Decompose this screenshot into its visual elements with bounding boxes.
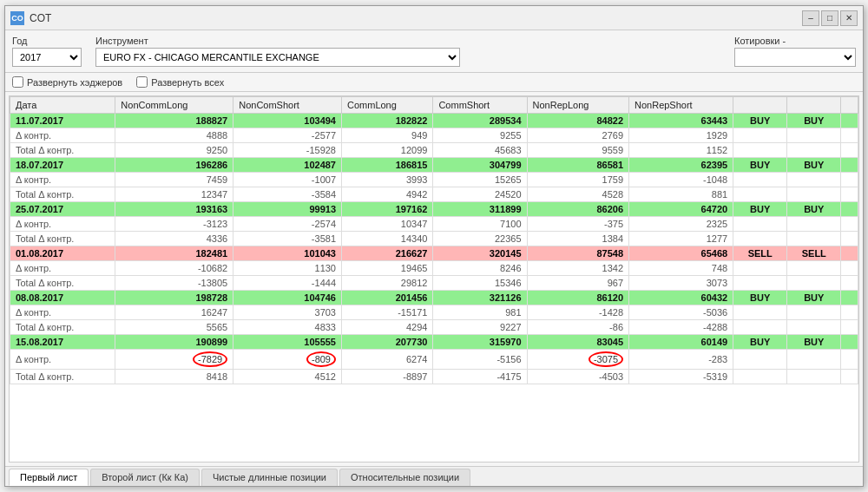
instrument-group: Инструмент EURO FX - CHICAGO MERCANTILE …	[95, 36, 460, 67]
table-cell: 7459	[115, 173, 233, 187]
table-row: 01.08.2017182481101043216627320145875486…	[10, 246, 858, 261]
table-cell: 63443	[629, 114, 733, 128]
minimize-button[interactable]: –	[802, 10, 819, 26]
table-cell: 19465	[342, 261, 433, 276]
kotir-label: Котировки -	[734, 36, 856, 46]
table-cell: 1152	[629, 143, 733, 158]
table-cell: Total Δ контр.	[10, 187, 115, 202]
table-cell: BUY	[787, 202, 841, 217]
table-row: 08.08.2017198728104746201456321126861206…	[10, 291, 858, 305]
circled-value: -809	[306, 351, 336, 367]
table-cell: 311899	[433, 202, 527, 217]
table-cell	[841, 128, 858, 143]
hedgers-checkbox[interactable]	[12, 76, 23, 88]
instrument-select[interactable]: EURO FX - CHICAGO MERCANTILE EXCHANGE	[95, 48, 460, 67]
table-cell: 304799	[433, 158, 527, 173]
table-cell: Total Δ контр.	[10, 232, 115, 246]
col-date: Дата	[10, 97, 115, 114]
kotir-group: Котировки -	[734, 36, 856, 67]
table-cell: -4503	[527, 370, 628, 384]
table-cell	[841, 217, 858, 232]
table-row: 25.07.2017193163999131971623118998620664…	[10, 202, 858, 217]
table-cell	[841, 305, 858, 320]
table-cell: 15346	[433, 276, 527, 291]
col-noncomshort: NonComShort	[233, 97, 342, 114]
table-cell: SELL	[733, 246, 787, 261]
all-checkbox[interactable]	[136, 76, 148, 88]
table-cell: 321126	[433, 291, 527, 305]
table-cell: 22365	[433, 232, 527, 246]
table-cell: 01.08.2017	[10, 246, 115, 261]
table-cell: 216627	[342, 246, 433, 261]
tab-1[interactable]: Второй лист (Кк Ка)	[90, 469, 200, 486]
table-header-row: Дата NonCommLong NonComShort CommLong Co…	[10, 97, 858, 114]
table-cell: -2574	[233, 217, 342, 232]
checkbox-hedgers[interactable]: Развернуть хэджеров	[12, 76, 122, 88]
table-cell: -5156	[433, 350, 527, 370]
tab-0[interactable]: Первый лист	[9, 469, 89, 486]
table-cell: 104746	[233, 291, 342, 305]
table-cell	[841, 232, 858, 246]
table-cell: 101043	[233, 246, 342, 261]
table-cell: 99913	[233, 202, 342, 217]
table-cell: Total Δ контр.	[10, 320, 115, 335]
table-cell: 289534	[433, 114, 527, 128]
table-cell	[841, 114, 858, 128]
table-cell: 15.08.2017	[10, 335, 115, 350]
table-cell: 62395	[629, 158, 733, 173]
col-signal2	[787, 97, 841, 114]
table-cell	[787, 217, 841, 232]
kotir-select[interactable]	[734, 48, 856, 67]
table-container[interactable]: Дата NonCommLong NonComShort CommLong Co…	[9, 95, 859, 462]
table-cell: BUY	[787, 291, 841, 305]
table-cell: 949	[342, 128, 433, 143]
table-cell: 4833	[233, 320, 342, 335]
main-window: CO COT – □ ✕ Год 2017 2016 2015 Инструме…	[4, 5, 864, 487]
title-bar: CO COT – □ ✕	[5, 6, 863, 30]
checkbox-all[interactable]: Развернуть всех	[136, 76, 224, 88]
table-cell: 102487	[233, 158, 342, 173]
table-cell: 103494	[233, 114, 342, 128]
table-cell: -2577	[233, 128, 342, 143]
table-cell: 86581	[527, 158, 628, 173]
col-nonreplong: NonRepLong	[527, 97, 628, 114]
maximize-button[interactable]: □	[821, 10, 838, 26]
table-row: Total Δ контр.9250-159281209945683955911…	[10, 143, 858, 158]
table-cell: 5565	[115, 320, 233, 335]
table-row: Total Δ контр.-13805-1444298121534696730…	[10, 276, 858, 291]
table-cell: 105555	[233, 335, 342, 350]
window-controls: – □ ✕	[802, 10, 858, 26]
tab-2[interactable]: Чистые длинные позиции	[201, 469, 338, 486]
table-row: Total Δ контр.12347-35844942245204528881	[10, 187, 858, 202]
circled-value: -7829	[193, 351, 227, 367]
col-noncommlong: NonCommLong	[115, 97, 233, 114]
table-cell: 9559	[527, 143, 628, 158]
table-cell	[787, 320, 841, 335]
table-cell: Δ контр.	[10, 173, 115, 187]
table-cell: 315970	[433, 335, 527, 350]
table-cell: -8897	[342, 370, 433, 384]
table-cell: 1342	[527, 261, 628, 276]
table-cell: 24520	[433, 187, 527, 202]
table-cell	[733, 370, 787, 384]
instrument-label: Инструмент	[95, 36, 460, 46]
table-cell: 1384	[527, 232, 628, 246]
table-cell: 64720	[629, 202, 733, 217]
year-select[interactable]: 2017 2016 2015	[12, 48, 82, 67]
table-cell: -4288	[629, 320, 733, 335]
tab-3[interactable]: Относительные позиции	[339, 469, 470, 486]
table-cell: Total Δ контр.	[10, 370, 115, 384]
table-cell	[841, 320, 858, 335]
table-cell: -86	[527, 320, 628, 335]
table-cell: 65468	[629, 246, 733, 261]
table-cell: Δ контр.	[10, 305, 115, 320]
table-cell: BUY	[787, 335, 841, 350]
close-button[interactable]: ✕	[840, 10, 858, 26]
table-cell	[841, 158, 858, 173]
table-cell: 08.08.2017	[10, 291, 115, 305]
table-cell	[733, 305, 787, 320]
table-cell: -7829	[115, 350, 233, 370]
year-label: Год	[12, 36, 82, 46]
table-row: Δ контр.7459-10073993152651759-1048	[10, 173, 858, 187]
table-cell: 4336	[115, 232, 233, 246]
